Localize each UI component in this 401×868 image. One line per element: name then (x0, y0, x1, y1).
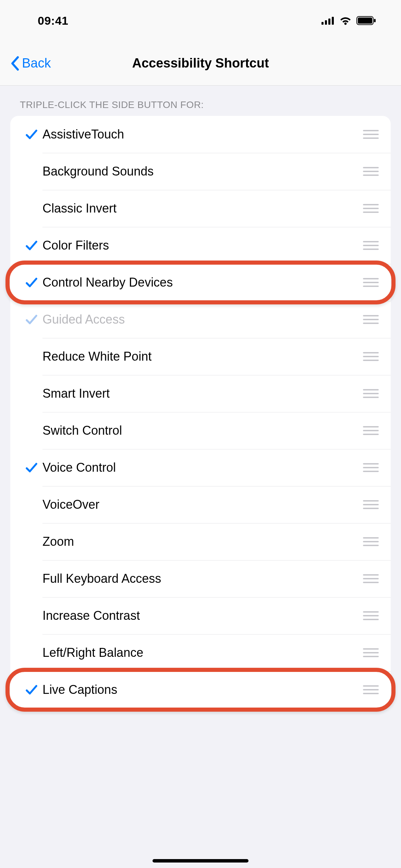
list-item[interactable]: Classic Invert (10, 190, 391, 227)
svg-rect-0 (321, 22, 324, 25)
chevron-left-icon (10, 56, 20, 71)
item-label: Guided Access (42, 312, 361, 327)
item-label: Control Nearby Devices (42, 275, 361, 290)
reorder-handle-icon[interactable] (361, 500, 380, 509)
reorder-handle-icon[interactable] (361, 685, 380, 694)
item-label: Increase Contrast (42, 608, 361, 623)
item-label: AssistiveTouch (42, 127, 361, 142)
checkmark-icon (21, 276, 42, 289)
svg-rect-6 (374, 19, 376, 22)
item-label: Full Keyboard Access (42, 571, 361, 586)
item-label: Classic Invert (42, 201, 361, 216)
reorder-handle-icon[interactable] (361, 463, 380, 472)
item-label: VoiceOver (42, 497, 361, 512)
list-item[interactable]: Color Filters (10, 227, 391, 264)
wifi-icon (339, 16, 352, 25)
list-item[interactable]: Zoom (10, 523, 391, 560)
list-item[interactable]: Live Captions (10, 671, 391, 708)
reorder-handle-icon[interactable] (361, 167, 380, 176)
item-label: Color Filters (42, 238, 361, 253)
reorder-handle-icon[interactable] (361, 241, 380, 250)
list-item[interactable]: Control Nearby Devices (10, 264, 391, 301)
reorder-handle-icon[interactable] (361, 315, 380, 324)
svg-rect-1 (325, 20, 327, 25)
reorder-handle-icon[interactable] (361, 204, 380, 213)
home-indicator (153, 859, 248, 863)
reorder-handle-icon[interactable] (361, 130, 380, 139)
back-label: Back (22, 56, 51, 71)
list-item[interactable]: Guided Access (10, 301, 391, 338)
status-bar: 09:41 (0, 0, 401, 41)
section-header: TRIPLE-CLICK THE SIDE BUTTON FOR: (0, 86, 401, 116)
list-item[interactable]: Smart Invert (10, 375, 391, 412)
list-item[interactable]: Full Keyboard Access (10, 560, 391, 597)
list-item[interactable]: Left/Right Balance (10, 634, 391, 671)
list-item[interactable]: Background Sounds (10, 153, 391, 190)
list-item[interactable]: Voice Control (10, 449, 391, 486)
list-item[interactable]: Increase Contrast (10, 597, 391, 634)
status-time: 09:41 (38, 14, 68, 27)
item-label: Live Captions (42, 683, 361, 697)
cellular-icon (321, 16, 335, 25)
list-item[interactable]: Reduce White Point (10, 338, 391, 375)
svg-rect-5 (358, 17, 372, 24)
svg-rect-2 (328, 19, 330, 25)
item-label: Reduce White Point (42, 349, 361, 364)
reorder-handle-icon[interactable] (361, 278, 380, 287)
reorder-handle-icon[interactable] (361, 537, 380, 546)
item-label: Switch Control (42, 423, 361, 438)
nav-header: Back Accessibility Shortcut (0, 41, 401, 86)
svg-rect-3 (332, 17, 334, 25)
item-label: Voice Control (42, 460, 361, 475)
list-item[interactable]: AssistiveTouch (10, 116, 391, 153)
reorder-handle-icon[interactable] (361, 648, 380, 657)
list-item[interactable]: VoiceOver (10, 486, 391, 523)
checkmark-icon (21, 683, 42, 697)
item-label: Background Sounds (42, 164, 361, 179)
checkmark-icon (21, 461, 42, 474)
page-title: Accessibility Shortcut (0, 56, 401, 71)
reorder-handle-icon[interactable] (361, 426, 380, 435)
checkmark-icon (21, 239, 42, 252)
checkmark-icon (21, 128, 42, 141)
back-button[interactable]: Back (10, 56, 51, 71)
reorder-handle-icon[interactable] (361, 574, 380, 583)
shortcut-list: AssistiveTouchBackground SoundsClassic I… (10, 116, 391, 708)
battery-icon (356, 16, 376, 25)
reorder-handle-icon[interactable] (361, 389, 380, 398)
status-indicators (321, 16, 376, 25)
checkmark-icon (21, 313, 42, 326)
list-item[interactable]: Switch Control (10, 412, 391, 449)
item-label: Left/Right Balance (42, 646, 361, 660)
reorder-handle-icon[interactable] (361, 352, 380, 361)
item-label: Zoom (42, 534, 361, 549)
reorder-handle-icon[interactable] (361, 611, 380, 620)
item-label: Smart Invert (42, 386, 361, 401)
